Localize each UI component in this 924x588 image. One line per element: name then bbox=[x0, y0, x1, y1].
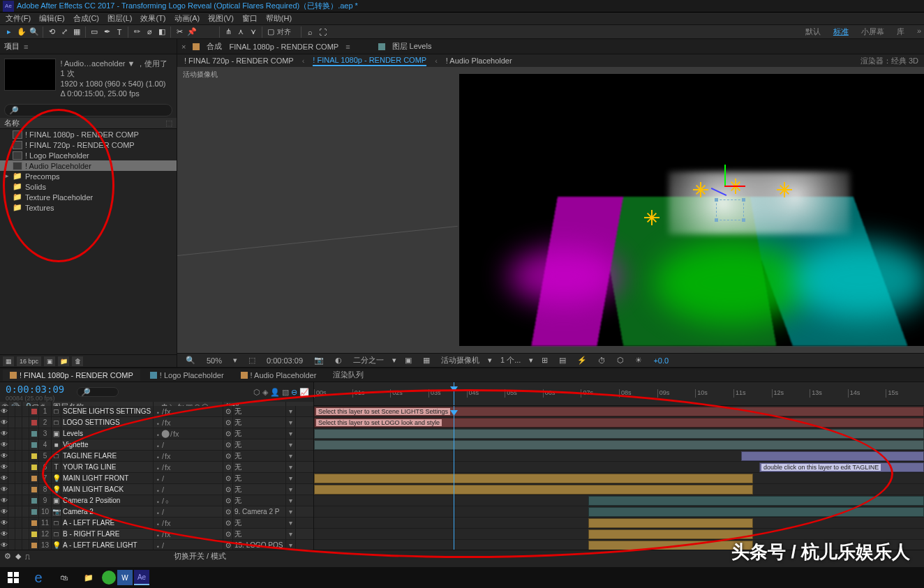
layer-row[interactable]: 👁12□B - RIGHT FLARE⬩ /fx⊙无▾ bbox=[0, 529, 313, 540]
menu-item[interactable]: 编辑(E) bbox=[36, 13, 68, 24]
panel-menu-icon[interactable]: ≡ bbox=[24, 43, 28, 51]
layer-list[interactable]: 👁1□SCENE LIGHTS SETTINGS⬩ /fx⊙无▾👁2□LOGO … bbox=[0, 406, 314, 550]
roto-tool-icon[interactable]: ✂ bbox=[173, 26, 186, 38]
viewer-breadcrumb[interactable]: ! FINAL 1080p - RENDER COMP bbox=[313, 56, 426, 66]
timeline-keys-icon[interactable]: ◆ bbox=[15, 552, 21, 561]
layer-search-input[interactable]: 🔎 bbox=[77, 387, 119, 397]
flowchart-icon[interactable]: ⬡ bbox=[614, 356, 627, 365]
project-col-name[interactable]: 名称 bbox=[4, 118, 20, 128]
timeline-bars[interactable]: Select this layer to set Scene LIGHTS Se… bbox=[314, 406, 924, 550]
layer-row[interactable]: 👁10📷Camera 2⬩ /⊙9. Camera 2 P▾ bbox=[0, 506, 313, 518]
comp-mini-flowchart-icon[interactable]: ⬡ bbox=[253, 388, 260, 397]
layer-row[interactable]: 👁1□SCENE LIGHTS SETTINGS⬩ /fx⊙无▾ bbox=[0, 406, 313, 417]
viewer-tab-name[interactable]: FINAL 1080p - RENDER COMP bbox=[229, 43, 338, 51]
hand-tool-icon[interactable]: ✋ bbox=[15, 26, 28, 38]
puppet-tool-icon[interactable]: 📌 bbox=[186, 26, 198, 38]
layer-row[interactable]: 👁4■Vignette⬩ /⊙无▾ bbox=[0, 439, 313, 451]
menu-item[interactable]: 动画(A) bbox=[172, 13, 203, 24]
layer-row[interactable]: 👁13💡A - LEFT FLARE LIGHT⬩ /⊙15. LOGO POS… bbox=[0, 540, 313, 550]
start-button[interactable] bbox=[1, 567, 25, 588]
orbit-tool-icon[interactable]: ⟲ bbox=[45, 26, 58, 38]
camera-dropdown[interactable]: 活动摄像机 bbox=[438, 355, 482, 365]
current-time[interactable]: 0:00:03:09 bbox=[0, 382, 70, 395]
zoom-tool-icon[interactable]: 🔍 bbox=[28, 26, 40, 38]
project-tab[interactable]: 项目 bbox=[4, 41, 20, 52]
pen-tool-icon[interactable]: ✒ bbox=[100, 26, 113, 38]
channel-icon[interactable]: ◐ bbox=[332, 356, 345, 365]
timeline-curves-icon[interactable]: ⎍ bbox=[25, 552, 30, 561]
after-effects-taskbar-icon[interactable]: Ae bbox=[134, 570, 149, 585]
layer-row[interactable]: 👁5□TAGLINE FLARE⬩ /fx⊙无▾ bbox=[0, 451, 313, 462]
timeline-tab[interactable]: 渲染队列 bbox=[326, 368, 371, 382]
cti-line[interactable] bbox=[454, 406, 454, 550]
menu-item[interactable]: 视图(V) bbox=[205, 13, 237, 24]
fast-preview-icon[interactable]: ⚡ bbox=[574, 356, 590, 365]
frame-blend-icon[interactable]: ▧ bbox=[282, 388, 289, 397]
type-tool-icon[interactable]: T bbox=[113, 26, 126, 38]
search-help-icon[interactable]: ⌕ bbox=[304, 26, 316, 38]
snapshot-icon[interactable]: 📷 bbox=[311, 356, 327, 365]
viewer-breadcrumb[interactable]: ! Audio Placeholder bbox=[446, 56, 512, 65]
resolution-icon[interactable]: ⬚ bbox=[246, 356, 258, 365]
grid-icon[interactable]: ▦ bbox=[420, 356, 433, 365]
pixel-aspect-icon[interactable]: ▤ bbox=[556, 356, 569, 365]
project-item[interactable]: ! FINAL 720p - RENDER COMP bbox=[0, 140, 177, 150]
explorer-icon[interactable]: 📁 bbox=[77, 567, 100, 588]
layer-row[interactable]: 👁8💡MAIN LIGHT BACK⬩ /⊙无▾ bbox=[0, 484, 313, 495]
menu-item[interactable]: 文件(F) bbox=[3, 13, 33, 24]
clone-tool-icon[interactable]: ⌀ bbox=[143, 26, 156, 38]
project-item[interactable]: ►📁Precomps bbox=[0, 171, 177, 181]
axis-view-icon[interactable]: ⋎ bbox=[247, 26, 260, 38]
axis-local-icon[interactable]: ⋔ bbox=[222, 26, 234, 38]
viewer-tab-menu-icon[interactable]: ≡ bbox=[345, 43, 350, 51]
views-dropdown[interactable]: 1 个... bbox=[498, 355, 523, 365]
browser-icon[interactable] bbox=[102, 571, 116, 585]
brush-tool-icon[interactable]: ✏ bbox=[131, 26, 143, 38]
workspace-tab[interactable]: 库 bbox=[897, 27, 904, 37]
layer-row[interactable]: 👁3▣Levels⬩⬤/fx⊙无▾ bbox=[0, 428, 313, 439]
time-ruler[interactable]: 00s01s02s03s04s05s06s07s08s09s10s11s12s1… bbox=[314, 382, 924, 405]
graph-editor-icon[interactable]: 📈 bbox=[299, 388, 309, 397]
menu-item[interactable]: 图层(L) bbox=[105, 13, 135, 24]
menu-item[interactable]: 合成(C) bbox=[70, 13, 102, 24]
timeline-opts-icon[interactable]: ⚙ bbox=[4, 552, 11, 561]
viewer-breadcrumb[interactable]: ! FINAL 720p - RENDER COMP bbox=[184, 56, 294, 65]
project-item[interactable]: 📁Textures bbox=[0, 202, 177, 213]
trash-icon[interactable]: 🗑 bbox=[72, 356, 83, 366]
workspace-tab[interactable]: 默认 bbox=[805, 27, 821, 37]
layer-row[interactable]: 👁11□A - LEFT FLARE⬩ /fx⊙无▾ bbox=[0, 518, 313, 529]
expand-icon[interactable]: ⛶ bbox=[316, 26, 329, 38]
project-item[interactable]: ! Audio Placeholder bbox=[0, 160, 177, 171]
composition-canvas[interactable]: 活动摄像机 bbox=[177, 67, 924, 353]
shy-icon[interactable]: 👤 bbox=[270, 388, 280, 397]
motion-blur-icon[interactable]: ⊖ bbox=[291, 388, 297, 397]
project-col-flow-icon[interactable]: ⬚ bbox=[165, 119, 172, 128]
edge-icon[interactable]: e bbox=[27, 567, 50, 588]
layer-row[interactable]: 👁9▣Camera 2 Position⬩ /⬨⊙无▾ bbox=[0, 495, 313, 506]
project-item[interactable]: 📁Texture Placeholder bbox=[0, 192, 177, 202]
zoom-value[interactable]: 50% bbox=[204, 356, 225, 365]
project-search-input[interactable]: 🔎 bbox=[4, 104, 172, 116]
timeline-tab[interactable]: ! Logo Placeholder bbox=[143, 370, 231, 381]
menu-item[interactable]: 效果(T) bbox=[137, 13, 168, 24]
axis-world-icon[interactable]: ⋏ bbox=[234, 26, 247, 38]
project-item[interactable]: 📁Solids bbox=[0, 181, 177, 192]
layer-row[interactable]: 👁7💡MAIN LIGHT FRONT⬩ /⊙无▾ bbox=[0, 473, 313, 484]
toggle-switches-button[interactable]: 切换开关 / 模式 bbox=[174, 551, 226, 561]
selection-bounds[interactable] bbox=[716, 199, 744, 220]
viewer-side-tab[interactable]: 图层 Levels bbox=[392, 41, 432, 52]
layer-row[interactable]: 👁2□LOGO SETTINGS⬩ /fx⊙无▾ bbox=[0, 417, 313, 428]
project-tree[interactable]: ! FINAL 1080p - RENDER COMP! FINAL 720p … bbox=[0, 129, 177, 354]
eraser-tool-icon[interactable]: ◧ bbox=[156, 26, 168, 38]
project-thumbnail[interactable] bbox=[4, 59, 56, 91]
menu-item[interactable]: 帮助(H) bbox=[263, 13, 295, 24]
workspace-tab[interactable]: 标准 bbox=[833, 27, 849, 37]
layer-row[interactable]: 👁6TYOUR TAG LINE⬩ /fx⊙无▾ bbox=[0, 462, 313, 473]
preview-time[interactable]: 0:00:03:09 bbox=[264, 356, 306, 365]
camera-tool-icon[interactable]: ▦ bbox=[70, 26, 83, 38]
roi-icon[interactable]: ▣ bbox=[402, 356, 415, 365]
current-time-indicator[interactable] bbox=[454, 382, 454, 405]
workspace-tab[interactable]: 小屏幕 bbox=[861, 27, 884, 37]
store-icon[interactable]: 🛍 bbox=[52, 567, 75, 588]
word-icon[interactable]: W bbox=[117, 570, 133, 585]
